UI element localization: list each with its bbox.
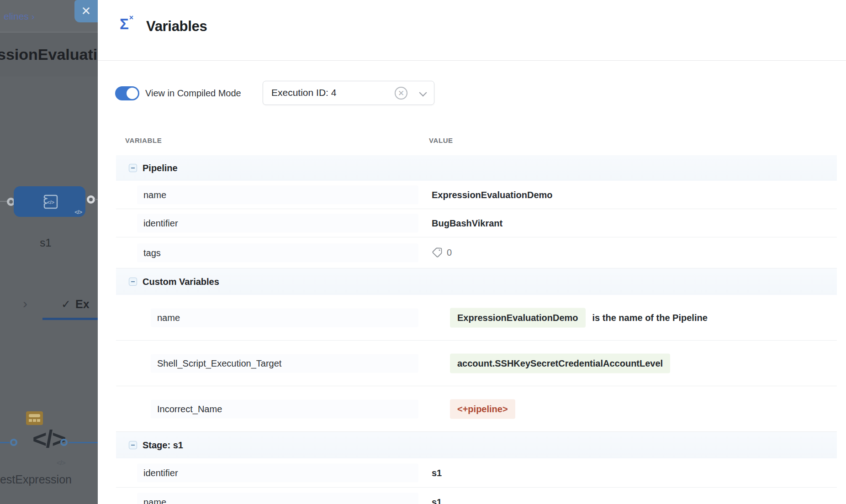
table-row: identifier s1 xyxy=(116,458,837,488)
section-header-stage-s1[interactable]: Stage: s1 xyxy=(116,432,837,458)
variable-value: s1 xyxy=(432,467,442,478)
connector-line xyxy=(0,442,10,443)
tab-execution-label: Ex xyxy=(75,298,90,310)
variable-value-chip: account.SSHKeySecretCredentialAccountLev… xyxy=(450,353,670,373)
section-label: Stage: s1 xyxy=(143,440,183,451)
check-icon: ✓ xyxy=(61,298,71,310)
column-header-value: VALUE xyxy=(429,136,453,144)
active-tab-underline xyxy=(42,318,98,320)
variable-name: name xyxy=(143,497,166,504)
connector-line xyxy=(69,442,98,443)
section-label: Pipeline xyxy=(143,163,178,173)
section-header-pipeline[interactable]: Pipeline xyxy=(116,155,837,181)
table-row: tags 0 xyxy=(116,237,837,268)
table-row: Incorrect_Name <+pipeline> xyxy=(116,386,837,432)
stage-node-s1[interactable]: </> </> xyxy=(14,186,85,217)
compiled-mode-toggle-label: View in Compiled Mode xyxy=(145,88,241,99)
variables-table: VARIABLE VALUE Pipeline name ExpressionE… xyxy=(116,130,837,504)
execution-id-value: Execution ID: 4 xyxy=(271,87,336,98)
variable-name: tags xyxy=(143,247,161,257)
step-label: testExpression xyxy=(0,473,72,486)
pipeline-editor-background: elines › ssionEvaluati </> </> s1 › ✓Ex … xyxy=(0,0,98,504)
table-row: Shell_Script_Execution_Target account.SS… xyxy=(116,341,837,386)
collapse-icon[interactable] xyxy=(129,441,137,449)
variable-name: Incorrect_Name xyxy=(157,404,222,414)
column-header-variable: VARIABLE xyxy=(125,136,162,144)
variable-name: identifier xyxy=(143,218,178,228)
close-icon: ✕ xyxy=(81,4,91,18)
variables-panel: Σ× Variables View in Compiled Mode Execu… xyxy=(98,0,846,504)
clear-selection-icon[interactable]: ✕ xyxy=(395,87,407,100)
connector-ring xyxy=(10,439,17,446)
custom-stage-icon: </> xyxy=(41,193,59,211)
step-type-mini-icon: </> xyxy=(57,459,65,467)
pipeline-title: ssionEvaluati xyxy=(0,46,97,63)
step-badge-icon xyxy=(26,411,43,425)
variable-value-chip: ExpressionEvaluationDemo xyxy=(450,308,586,327)
variable-name: identifier xyxy=(143,467,178,478)
connector-dot xyxy=(87,195,95,204)
toggle-knob xyxy=(127,88,138,99)
tab-execution[interactable]: ✓Ex xyxy=(61,298,90,311)
close-button[interactable]: ✕ xyxy=(74,0,98,22)
variable-value-suffix: is the name of the Pipeline xyxy=(592,312,708,323)
variable-value: ExpressionEvaluationDemo xyxy=(432,189,553,200)
svg-text:</>: </> xyxy=(47,200,54,205)
panel-header: Σ× Variables xyxy=(98,0,846,61)
table-row: name ExpressionEvaluationDemo is the nam… xyxy=(116,295,837,341)
table-header: VARIABLE VALUE xyxy=(116,130,837,155)
variable-value: 0 xyxy=(432,247,452,259)
tag-count: 0 xyxy=(447,247,452,258)
table-row: name ExpressionEvaluationDemo xyxy=(116,181,837,209)
stage-node-label: s1 xyxy=(0,236,91,249)
collapse-icon[interactable] xyxy=(129,278,137,286)
variable-name: name xyxy=(143,189,166,200)
panel-title: Variables xyxy=(146,18,207,35)
section-header-custom-variables[interactable]: Custom Variables xyxy=(116,268,837,295)
section-label: Custom Variables xyxy=(143,277,219,287)
editor-titlebar: ssionEvaluati xyxy=(0,33,98,77)
variables-sigma-icon: Σ× xyxy=(120,16,133,33)
table-row: identifier BugBashVikrant xyxy=(116,209,837,237)
variable-name: Shell_Script_Execution_Target xyxy=(157,358,281,368)
connector-ring xyxy=(60,439,68,446)
collapse-icon[interactable] xyxy=(129,164,137,172)
variable-name: name xyxy=(157,312,180,322)
shell-script-step-icon[interactable]: </> xyxy=(18,425,79,453)
variable-value: s1 xyxy=(432,497,442,504)
connector-line xyxy=(95,199,98,200)
variable-value: BugBashVikrant xyxy=(432,218,502,228)
chevron-down-icon[interactable] xyxy=(419,89,427,97)
node-step-type-icon: </> xyxy=(74,209,82,215)
compiled-mode-toggle[interactable] xyxy=(115,86,139,100)
table-row: name s1 xyxy=(116,488,837,504)
collapse-chevron-icon[interactable]: › xyxy=(23,296,27,311)
execution-id-select[interactable]: Execution ID: 4 ✕ xyxy=(263,81,434,105)
breadcrumb[interactable]: elines › xyxy=(4,11,35,22)
tag-icon xyxy=(432,247,444,259)
variable-value-chip: <+pipeline> xyxy=(450,399,515,419)
